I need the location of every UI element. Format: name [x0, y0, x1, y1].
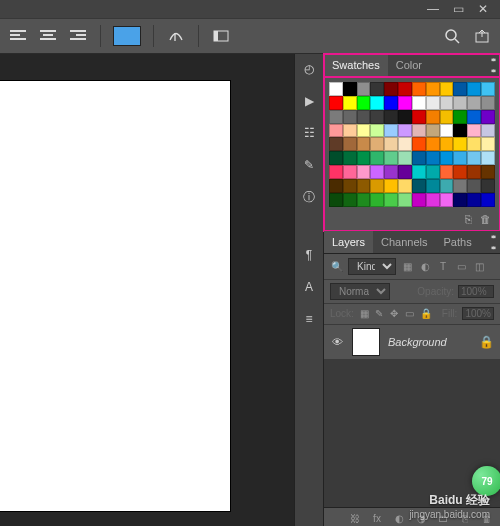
swatch-cell[interactable] — [329, 179, 343, 193]
align-center-icon[interactable] — [38, 26, 58, 46]
swatch-cell[interactable] — [453, 137, 467, 151]
filter-pixel-icon[interactable]: ▦ — [400, 259, 414, 273]
swatch-cell[interactable] — [357, 193, 371, 207]
minimize-button[interactable]: — — [427, 2, 439, 16]
swatch-cell[interactable] — [481, 110, 495, 124]
tab-swatches[interactable]: Swatches — [324, 54, 388, 76]
swatch-cell[interactable] — [329, 151, 343, 165]
brushes-icon[interactable]: ✎ — [298, 154, 320, 176]
swatch-cell[interactable] — [412, 165, 426, 179]
swatch-cell[interactable] — [343, 137, 357, 151]
swatch-cell[interactable] — [426, 193, 440, 207]
swatch-cell[interactable] — [412, 110, 426, 124]
swatch-cell[interactable] — [440, 124, 454, 138]
swatch-cell[interactable] — [426, 151, 440, 165]
swatch-cell[interactable] — [357, 179, 371, 193]
layers-panel-menu-icon[interactable]: ▪▪▪▪ — [485, 231, 500, 253]
delete-layer-icon[interactable]: 🗑 — [480, 511, 494, 525]
swatch-cell[interactable] — [440, 82, 454, 96]
swatch-cell[interactable] — [453, 165, 467, 179]
adjustment-layer-icon[interactable]: ◑ — [414, 511, 428, 525]
document-canvas[interactable] — [0, 81, 230, 511]
swatch-cell[interactable] — [343, 151, 357, 165]
swatch-cell[interactable] — [440, 193, 454, 207]
swatch-cell[interactable] — [370, 179, 384, 193]
filter-shape-icon[interactable]: ▭ — [454, 259, 468, 273]
swatch-cell[interactable] — [370, 96, 384, 110]
swatch-cell[interactable] — [329, 137, 343, 151]
swatch-cell[interactable] — [357, 110, 371, 124]
swatch-cell[interactable] — [412, 96, 426, 110]
swatch-cell[interactable] — [467, 124, 481, 138]
swatch-cell[interactable] — [329, 165, 343, 179]
swatch-cell[interactable] — [426, 96, 440, 110]
swatch-cell[interactable] — [398, 124, 412, 138]
swatch-cell[interactable] — [384, 124, 398, 138]
swatch-cell[interactable] — [481, 82, 495, 96]
swatch-cell[interactable] — [357, 165, 371, 179]
swatch-cell[interactable] — [467, 179, 481, 193]
tab-channels[interactable]: Channels — [373, 231, 435, 253]
character-icon[interactable]: A — [298, 276, 320, 298]
swatch-cell[interactable] — [398, 165, 412, 179]
swatch-cell[interactable] — [426, 165, 440, 179]
swatch-cell[interactable] — [453, 193, 467, 207]
swatch-cell[interactable] — [453, 110, 467, 124]
swatch-cell[interactable] — [343, 110, 357, 124]
swatch-cell[interactable] — [370, 137, 384, 151]
swatch-cell[interactable] — [412, 82, 426, 96]
swatch-cell[interactable] — [398, 193, 412, 207]
swatch-cell[interactable] — [440, 110, 454, 124]
search-icon[interactable] — [442, 26, 462, 46]
swatch-cell[interactable] — [329, 110, 343, 124]
blend-mode-select[interactable]: Normal — [330, 283, 390, 300]
swatch-cell[interactable] — [384, 151, 398, 165]
swatch-cell[interactable] — [343, 96, 357, 110]
align-right-icon[interactable] — [68, 26, 88, 46]
filter-type-icon[interactable]: T — [436, 259, 450, 273]
swatch-cell[interactable] — [357, 137, 371, 151]
swatch-cell[interactable] — [398, 110, 412, 124]
filter-smart-icon[interactable]: ◫ — [472, 259, 486, 273]
tab-paths[interactable]: Paths — [436, 231, 480, 253]
fill-value[interactable]: 100% — [462, 307, 494, 320]
swatch-cell[interactable] — [370, 110, 384, 124]
swatch-cell[interactable] — [481, 151, 495, 165]
swatch-cell[interactable] — [467, 193, 481, 207]
adjustments-icon[interactable]: ☷ — [298, 122, 320, 144]
swatch-cell[interactable] — [481, 96, 495, 110]
swatch-cell[interactable] — [343, 193, 357, 207]
swatch-cell[interactable] — [329, 96, 343, 110]
glyphs-icon[interactable]: ≡ — [298, 308, 320, 330]
swatch-cell[interactable] — [467, 110, 481, 124]
swatch-cell[interactable] — [412, 193, 426, 207]
swatch-cell[interactable] — [370, 193, 384, 207]
swatch-cell[interactable] — [481, 193, 495, 207]
swatch-cell[interactable] — [426, 82, 440, 96]
swatch-cell[interactable] — [384, 110, 398, 124]
filter-adjust-icon[interactable]: ◐ — [418, 259, 432, 273]
swatch-cell[interactable] — [357, 124, 371, 138]
lock-all-icon[interactable]: 🔒 — [420, 307, 432, 321]
layer-thumbnail[interactable] — [352, 328, 380, 356]
swatch-cell[interactable] — [357, 96, 371, 110]
swatch-cell[interactable] — [398, 179, 412, 193]
opacity-value[interactable]: 100% — [458, 285, 494, 298]
history-icon[interactable]: ◴ — [298, 58, 320, 80]
swatch-cell[interactable] — [384, 193, 398, 207]
swatch-cell[interactable] — [426, 110, 440, 124]
swatch-cell[interactable] — [467, 151, 481, 165]
swatch-cell[interactable] — [440, 179, 454, 193]
share-icon[interactable] — [472, 26, 492, 46]
swatch-cell[interactable] — [398, 96, 412, 110]
swatch-cell[interactable] — [384, 82, 398, 96]
swatch-cell[interactable] — [412, 151, 426, 165]
visibility-eye-icon[interactable]: 👁 — [330, 336, 344, 348]
swatch-cell[interactable] — [481, 179, 495, 193]
swatch-cell[interactable] — [370, 124, 384, 138]
swatch-cell[interactable] — [398, 151, 412, 165]
swatch-cell[interactable] — [426, 124, 440, 138]
canvas-area[interactable] — [0, 54, 294, 526]
new-swatch-icon[interactable]: ⎘ — [465, 213, 472, 225]
swatch-cell[interactable] — [440, 151, 454, 165]
